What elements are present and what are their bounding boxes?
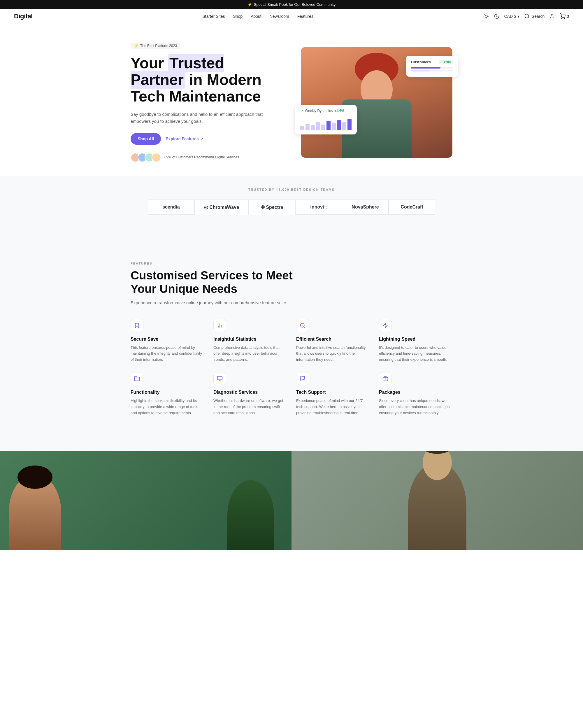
logo[interactable]: Digital	[14, 12, 33, 20]
chart-value: +4.6%	[334, 109, 344, 113]
feature-name: Lightning Speed	[379, 337, 452, 342]
feature-name: Functionality	[131, 390, 204, 395]
brand-name: NovaSphere	[352, 205, 379, 210]
social-proof-text: 89% of Customers Recommend Digital Servi…	[164, 155, 239, 160]
header-actions: CAD $ ▾ Search 0	[483, 14, 569, 19]
main-nav: Starter Sites Shop About Newsroom Featur…	[202, 14, 313, 19]
chevron-down-icon: ▾	[518, 14, 520, 19]
brand-scendia: scendia	[148, 200, 194, 215]
avatar-stack	[131, 153, 161, 162]
nav-starter-sites[interactable]: Starter Sites	[202, 14, 225, 19]
svg-marker-20	[383, 323, 388, 328]
theme-dark-button[interactable]	[494, 14, 500, 19]
feature-desc: This feature ensures peace of mind by ma…	[131, 345, 204, 363]
hero-title-before: Your	[131, 55, 168, 72]
brand-name: ◎ ChromaWave	[204, 205, 239, 210]
chart-label: Weekly Dynamics	[305, 109, 333, 113]
brand-codecraft: CodeCraft	[389, 200, 435, 215]
svg-point-0	[485, 15, 487, 18]
nav-newsroom[interactable]: Newsroom	[270, 14, 289, 19]
efficient-search-icon	[296, 319, 309, 332]
feature-desc: Experience peace of mind with our 24/7 t…	[296, 398, 370, 416]
nav-list: Starter Sites Shop About Newsroom Featur…	[202, 14, 313, 19]
svg-point-12	[562, 18, 562, 19]
feature-name: Insightful Statistics	[213, 337, 287, 342]
theme-light-button[interactable]	[483, 14, 489, 19]
header: Digital Starter Sites Shop About Newsroo…	[0, 9, 583, 24]
hero-section: ⚡ The Best Platform 2023 Your Trusted Pa…	[117, 24, 466, 176]
hero-title: Your Trusted Partner in Modern Tech Main…	[131, 55, 271, 105]
announcement-bar: ⚡ Special Sneak Peek for Our Beloved Com…	[0, 0, 583, 9]
brand-chromawave: ◎ ChromaWave	[194, 200, 249, 215]
feature-packages: Packages Since every client has unique n…	[379, 372, 452, 416]
announcement-text: Special Sneak Peek for Our Beloved Commu…	[254, 2, 335, 7]
svg-rect-21	[218, 376, 222, 380]
search-label: Search	[532, 14, 545, 19]
secure-save-icon	[131, 319, 143, 332]
currency-label: CAD $	[504, 14, 516, 19]
features-section: FEATURES Customised Services to Meet You…	[117, 238, 466, 440]
features-label: FEATURES	[131, 262, 452, 265]
chart-header: ↗ Weekly Dynamics +4.6%	[300, 109, 352, 113]
nav-shop[interactable]: Shop	[233, 14, 243, 19]
lightning-speed-icon	[379, 319, 392, 332]
shop-all-button[interactable]: Shop All	[131, 133, 161, 145]
customers-badge: ↑ +200	[439, 60, 453, 64]
nav-about[interactable]: About	[251, 14, 261, 19]
svg-point-17	[301, 323, 304, 327]
insightful-stats-icon	[213, 319, 226, 332]
feature-functionality: Functionality Highlights the service's f…	[131, 372, 204, 416]
svg-point-9	[525, 14, 528, 18]
hero-buttons: Shop All Explore Features ↗	[131, 133, 271, 145]
nav-features[interactable]: Features	[297, 14, 313, 19]
tech-support-icon	[296, 372, 309, 385]
feature-desc: It's designed to cater to users who valu…	[379, 345, 452, 363]
feature-name: Efficient Search	[296, 337, 370, 342]
feature-tech-support: Tech Support Experience peace of mind wi…	[296, 372, 370, 416]
hero-right: Customers ↑ +200 ↗ Weekly Dynamics +4.6%	[301, 47, 452, 158]
svg-line-7	[484, 18, 484, 18]
brand-logos: scendia ◎ ChromaWave ✚ Spectra Innovi : …	[14, 200, 569, 215]
cart-button[interactable]: 0	[560, 14, 569, 19]
feature-secure-save: Secure Save This feature ensures peace o…	[131, 319, 204, 363]
features-subtitle: Experience a transformative online journ…	[131, 300, 452, 305]
brand-name: ✚ Spectra	[261, 205, 283, 210]
svg-point-11	[551, 14, 553, 16]
badge-text: The Best Platform 2023	[140, 44, 177, 48]
functionality-icon	[131, 372, 143, 385]
diagnostic-icon	[213, 372, 226, 385]
trend-icon: ↗	[300, 109, 303, 113]
svg-point-13	[564, 18, 565, 19]
brand-name: scendia	[162, 205, 180, 210]
hero-badge: ⚡ The Best Platform 2023	[131, 43, 181, 49]
feature-desc: Since every client has unique needs, we …	[379, 398, 452, 416]
svg-line-10	[528, 18, 529, 19]
svg-line-4	[488, 18, 488, 18]
feature-desc: Highlights the service's flexibility and…	[131, 398, 204, 416]
feature-desc: Whether it's hardware or software, we ge…	[213, 398, 287, 416]
features-title: Customised Services to Meet Your Unique …	[131, 269, 294, 295]
packages-icon	[379, 372, 392, 385]
svg-line-3	[484, 15, 484, 15]
bar-chart	[300, 116, 352, 130]
gallery-item-2	[292, 451, 583, 550]
hero-left: ⚡ The Best Platform 2023 Your Trusted Pa…	[131, 43, 271, 162]
feature-desc: Powerful and intuitive search functional…	[296, 345, 370, 363]
social-proof: 89% of Customers Recommend Digital Servi…	[131, 153, 271, 162]
progress-bars	[411, 67, 453, 72]
currency-selector[interactable]: CAD $ ▾	[504, 14, 520, 19]
feature-efficient-search: Efficient Search Powerful and intuitive …	[296, 319, 370, 363]
feature-name: Packages	[379, 390, 452, 395]
bottom-gallery	[0, 451, 583, 550]
svg-line-8	[488, 15, 488, 15]
feature-name: Tech Support	[296, 390, 370, 395]
feature-diagnostic: Diagnostic Services Whether it's hardwar…	[213, 372, 287, 416]
features-grid: Secure Save This feature ensures peace o…	[131, 319, 452, 416]
brand-innovi: Innovi :	[295, 200, 342, 215]
search-button[interactable]: Search	[524, 14, 545, 19]
account-button[interactable]	[549, 14, 555, 19]
explore-features-button[interactable]: Explore Features ↗	[166, 136, 203, 141]
brand-novasphere: NovaSphere	[342, 200, 389, 215]
trusted-label: TRUSTED BY +3,000 BEST DESIGN TEAMS	[14, 188, 569, 191]
weekly-dynamics-card: ↗ Weekly Dynamics +4.6%	[295, 105, 357, 134]
